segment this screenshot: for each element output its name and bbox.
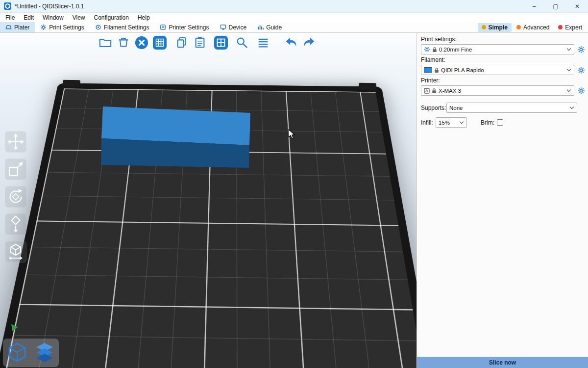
filament-combo[interactable]: QIDI PLA Rapido [421,65,574,75]
expert-mode-dot [558,25,563,29]
print-settings-icon [40,24,47,30]
minimize-button[interactable]: – [523,0,545,12]
filament-label: Filament: [421,56,585,63]
lock-icon [434,67,439,73]
tab-print-settings[interactable]: Print Settings [35,22,89,32]
menu-view[interactable]: View [68,13,90,22]
arrange-icon [153,36,167,50]
filament-gear-button[interactable] [577,66,585,74]
rotate-button[interactable] [5,186,26,208]
printer-settings-icon [160,24,166,30]
guide-icon [257,24,264,30]
chevron-down-icon [460,120,464,124]
close-button[interactable]: ✕ [566,0,588,12]
advanced-mode-dot [516,25,521,29]
view-switcher [3,339,59,367]
device-icon [220,24,226,30]
open-button[interactable] [98,35,113,50]
mode-advanced[interactable]: Advanced [513,23,553,32]
print-settings-value: 0.20mm Fine [439,47,565,53]
window-title: *Untitled - QIDISlicer-1.0.1 [15,3,84,10]
gizmo-toolbar [5,131,26,263]
paste-icon [193,36,207,50]
app-icon [4,2,11,10]
redo-button[interactable] [302,35,317,50]
layer-height-icon [256,36,270,50]
move-button[interactable] [5,131,26,153]
undo-button[interactable] [284,35,298,50]
supports-label: Supports: [421,105,446,111]
tab-device[interactable]: Device [215,22,252,32]
scale-button[interactable] [5,158,26,180]
search-button[interactable] [235,35,249,50]
maximize-button[interactable]: ▢ [545,0,566,12]
filament-color-swatch [424,67,432,73]
delete-button[interactable] [116,35,131,50]
tab-label: Plater [14,24,29,31]
supports-combo[interactable]: None [446,103,577,113]
cut-icon [7,243,24,261]
mode-label: Advanced [523,24,549,31]
3d-view-icon [5,341,29,365]
viewport-toolbar [98,35,317,50]
cut-button[interactable] [5,241,26,263]
print-settings-label: Print settings: [421,36,585,43]
delete-all-button[interactable] [134,35,149,50]
print-bed[interactable] [0,83,416,368]
tab-label: Print Settings [49,24,84,31]
infill-label: Infill: [421,119,436,126]
menu-configuration[interactable]: Configuration [90,13,133,22]
layers-view-icon [33,341,56,365]
menu-help[interactable]: Help [133,13,154,22]
tab-guide[interactable]: Guide [252,22,287,32]
printer-gear-button[interactable] [577,87,585,95]
bed-clip [63,80,80,87]
3d-view-button[interactable] [4,340,30,366]
filament-settings-icon [95,24,101,30]
layer-height-button[interactable] [256,35,270,50]
open-folder-icon [98,36,112,50]
printer-value: X-MAX 3 [439,88,565,94]
menu-file[interactable]: File [1,13,19,22]
print-settings-combo[interactable]: 0.20mm Fine [421,44,574,54]
slice-now-button[interactable]: Slice now [417,357,588,368]
lock-icon [432,47,437,53]
settings-panel: Print settings: 0.20mm Fine Filament: QI… [416,33,588,368]
redo-icon [302,36,316,50]
paste-button[interactable] [193,35,207,50]
3d-viewport[interactable] [0,33,416,368]
layers-view-button[interactable] [32,340,57,366]
place-on-face-icon [7,215,24,233]
split-button[interactable] [214,35,228,50]
tab-bar: Plater Print Settings Filament Settings … [0,22,588,33]
tab-label: Guide [266,24,282,31]
place-on-face-button[interactable] [5,213,26,235]
search-icon [235,36,249,50]
brim-label: Brim: [481,119,494,126]
copy-button[interactable] [174,35,189,50]
mode-label: Expert [565,24,582,31]
tab-plater[interactable]: Plater [0,22,35,32]
tab-filament-settings[interactable]: Filament Settings [90,22,155,32]
trash-icon [117,36,130,50]
infill-value: 15% [439,120,458,126]
tab-printer-settings[interactable]: Printer Settings [154,22,214,32]
mode-simple[interactable]: Simple [478,23,512,32]
chevron-down-icon [567,47,571,51]
menu-window[interactable]: Window [38,13,68,22]
tab-label: Filament Settings [104,24,149,31]
supports-value: None [449,105,568,111]
infill-combo[interactable]: 15% [436,117,467,128]
mode-selector: Simple Advanced Expert [478,22,588,32]
mode-expert[interactable]: Expert [554,23,586,32]
split-icon [214,36,228,50]
chevron-down-icon [570,105,574,109]
copy-icon [175,36,189,50]
menu-edit[interactable]: Edit [19,13,38,22]
bed-clip [359,83,376,90]
printer-combo[interactable]: X-MAX 3 [421,85,574,96]
arrange-button[interactable] [152,35,167,50]
brim-checkbox[interactable] [497,119,503,126]
print-settings-gear-button[interactable] [577,46,585,53]
mode-label: Simple [489,24,508,31]
